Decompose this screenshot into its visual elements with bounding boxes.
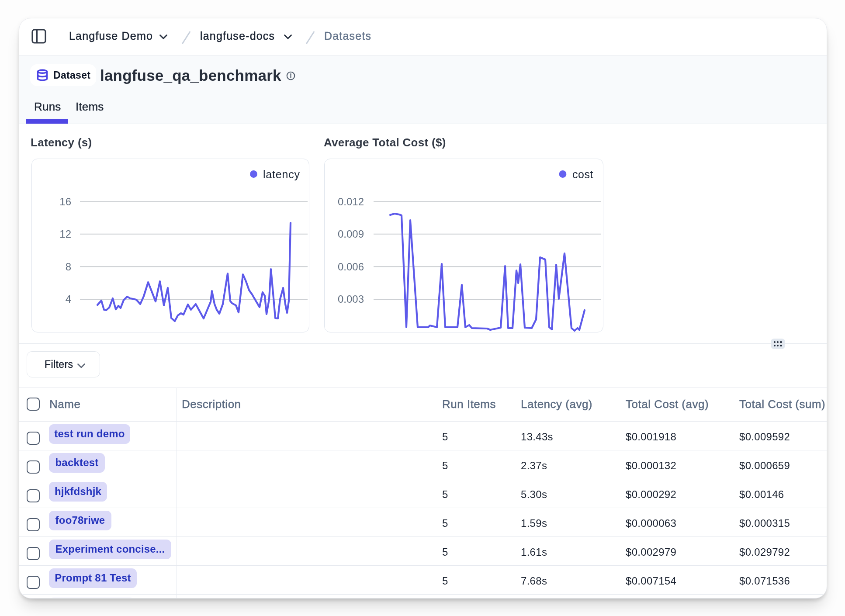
svg-text:0.003: 0.003 — [338, 293, 364, 305]
svg-text:0.009: 0.009 — [338, 228, 364, 240]
svg-text:0.012: 0.012 — [338, 196, 364, 208]
svg-text:16: 16 — [59, 196, 71, 208]
svg-text:latency: latency — [263, 168, 300, 180]
svg-text:12: 12 — [59, 228, 71, 240]
svg-text:8: 8 — [66, 261, 71, 273]
svg-text:0.006: 0.006 — [338, 261, 364, 273]
svg-text:cost: cost — [572, 168, 593, 180]
svg-text:4: 4 — [66, 293, 71, 305]
